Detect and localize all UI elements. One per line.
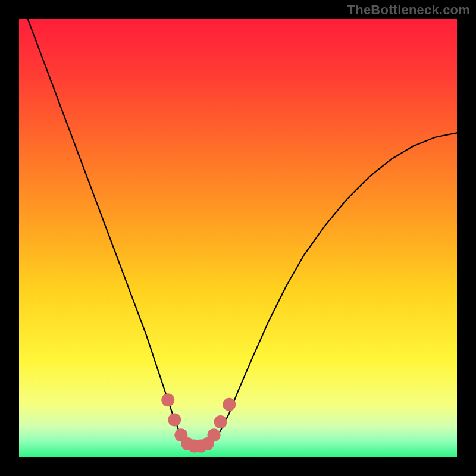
marker-dot <box>214 415 227 428</box>
marker-dot <box>223 398 236 411</box>
marker-dot <box>208 428 221 441</box>
chart-container: TheBottleneck.com <box>0 0 476 476</box>
marker-dot <box>168 413 181 426</box>
watermark-text: TheBottleneck.com <box>347 2 470 18</box>
marker-dot <box>161 393 174 406</box>
bottleneck-chart <box>19 19 457 457</box>
